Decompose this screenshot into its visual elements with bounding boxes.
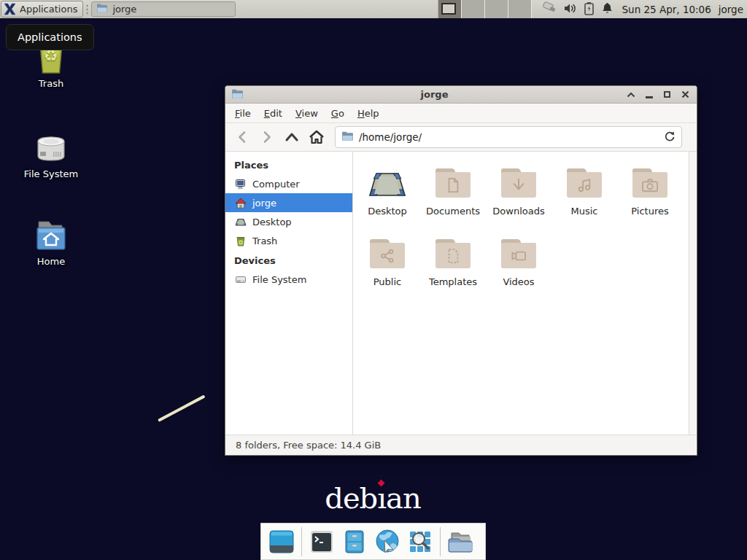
document-icon <box>445 176 461 194</box>
file-item-downloads[interactable]: Downloads <box>486 162 551 233</box>
sidebar-item-desktop[interactable]: Desktop <box>225 212 352 231</box>
file-item-pictures[interactable]: Pictures <box>617 162 683 233</box>
menu-edit[interactable]: Edit <box>258 105 289 122</box>
desktop-icon-label: File System <box>24 168 78 179</box>
file-item-desktop[interactable]: Desktop <box>355 162 420 233</box>
sidebar-item-trash[interactable]: Trash <box>225 231 352 250</box>
forward-button[interactable] <box>255 126 279 148</box>
path-folder-icon <box>341 131 354 144</box>
videos-folder-icon <box>501 239 536 268</box>
logo-text: deb <box>325 481 377 515</box>
file-item-templates[interactable]: Templates <box>420 233 486 303</box>
path-bar[interactable]: /home/jorge/ <box>335 126 682 148</box>
share-icon <box>379 248 395 264</box>
file-manager-window: jorge File Edit View Go Help <box>225 85 697 456</box>
sidebar-item-jorge[interactable]: jorge <box>225 193 352 212</box>
file-view[interactable]: Desktop Documents <box>353 152 697 435</box>
desktop-icon-home[interactable]: Home <box>16 213 86 267</box>
xfce-logo-icon <box>4 3 16 15</box>
taskbar-window-label: jorge <box>112 4 136 15</box>
desktop-icon-filesystem[interactable]: File System <box>16 125 86 179</box>
music-icon <box>576 177 592 193</box>
dock-separator <box>301 527 302 556</box>
file-label: Pictures <box>631 206 668 217</box>
app-finder-launcher[interactable] <box>407 529 433 555</box>
desktop-icon-label: Trash <box>39 78 63 89</box>
file-item-music[interactable]: Music <box>551 162 617 233</box>
file-label: Desktop <box>368 206 407 217</box>
address-field[interactable]: /home/jorge/ <box>359 131 659 143</box>
reload-icon <box>664 131 676 142</box>
desktop[interactable]: Applications jorge <box>0 0 747 560</box>
home-folder-icon <box>33 213 69 252</box>
workspace-1[interactable] <box>438 0 462 18</box>
close-button[interactable] <box>680 89 691 100</box>
template-icon <box>445 247 461 265</box>
applications-menu-button[interactable]: Applications <box>1 1 83 18</box>
applications-tooltip: Applications <box>6 24 94 50</box>
panel-handle[interactable] <box>85 4 89 15</box>
terminal-icon <box>309 529 334 554</box>
dock <box>260 523 486 560</box>
show-desktop-icon <box>269 529 294 554</box>
panel-username[interactable]: jorge <box>719 4 747 15</box>
scrollbar-track[interactable] <box>689 152 697 435</box>
directory-launcher[interactable] <box>447 529 473 555</box>
sidebar-item-label: Trash <box>252 236 277 246</box>
titlebar[interactable]: jorge <box>225 86 697 104</box>
home-button[interactable] <box>304 126 329 148</box>
desktop-icon <box>235 217 247 228</box>
pictures-folder-icon <box>632 168 667 198</box>
sidebar-item-computer[interactable]: Computer <box>225 174 352 193</box>
home-icon <box>235 198 247 209</box>
workspace-4[interactable] <box>508 0 532 18</box>
notifications-icon[interactable] <box>601 1 614 17</box>
tray-device-icon[interactable] <box>541 1 557 18</box>
file-manager-launcher[interactable] <box>341 529 368 555</box>
mouse-trail-line <box>158 394 205 421</box>
show-desktop-button[interactable] <box>268 529 295 555</box>
up-button[interactable] <box>279 126 304 148</box>
minimize-button[interactable] <box>643 89 654 100</box>
back-button[interactable] <box>230 126 255 148</box>
panel-clock[interactable]: Sun 25 Apr, 10:06 <box>619 4 719 15</box>
sidebar-item-label: File System <box>252 274 306 285</box>
debian-logo: debıan <box>277 481 468 515</box>
applications-menu-label: Applications <box>20 4 77 15</box>
public-folder-icon <box>370 239 405 268</box>
sidebar-item-filesystem[interactable]: File System <box>225 270 352 289</box>
menu-help[interactable]: Help <box>351 105 386 122</box>
menu-view[interactable]: View <box>289 105 325 122</box>
video-icon <box>510 249 527 263</box>
workspace-window-preview <box>441 3 456 15</box>
web-browser-launcher[interactable] <box>374 529 400 555</box>
battery-icon[interactable] <box>584 1 595 18</box>
file-item-public[interactable]: Public <box>355 233 420 303</box>
download-icon <box>511 177 527 193</box>
sidebar-item-label: Desktop <box>252 217 292 228</box>
file-item-documents[interactable]: Documents <box>420 162 486 233</box>
file-label: Downloads <box>492 206 544 217</box>
toolbar: /home/jorge/ <box>225 123 697 152</box>
reload-button[interactable] <box>664 131 676 144</box>
desktop-icon <box>367 162 408 204</box>
sidebar-item-label: Computer <box>252 179 300 190</box>
logo-i: ı <box>377 481 386 515</box>
file-label: Documents <box>426 206 480 217</box>
menubar: File Edit View Go Help <box>225 104 697 123</box>
menu-go[interactable]: Go <box>325 105 351 122</box>
maximize-button[interactable] <box>662 89 673 100</box>
menu-file[interactable]: File <box>228 105 258 122</box>
downloads-folder-icon <box>501 168 536 198</box>
documents-folder-icon <box>436 168 471 198</box>
shade-button[interactable] <box>625 89 636 100</box>
workspace-3[interactable] <box>485 0 508 18</box>
templates-folder-icon <box>436 239 471 268</box>
window-title: jorge <box>244 89 625 100</box>
workspace-2[interactable] <box>462 0 485 18</box>
taskbar-window-button[interactable]: jorge <box>91 1 236 17</box>
terminal-launcher[interactable] <box>309 529 335 555</box>
file-item-videos[interactable]: Videos <box>486 233 551 303</box>
system-tray <box>532 1 619 18</box>
volume-icon[interactable] <box>563 2 577 17</box>
